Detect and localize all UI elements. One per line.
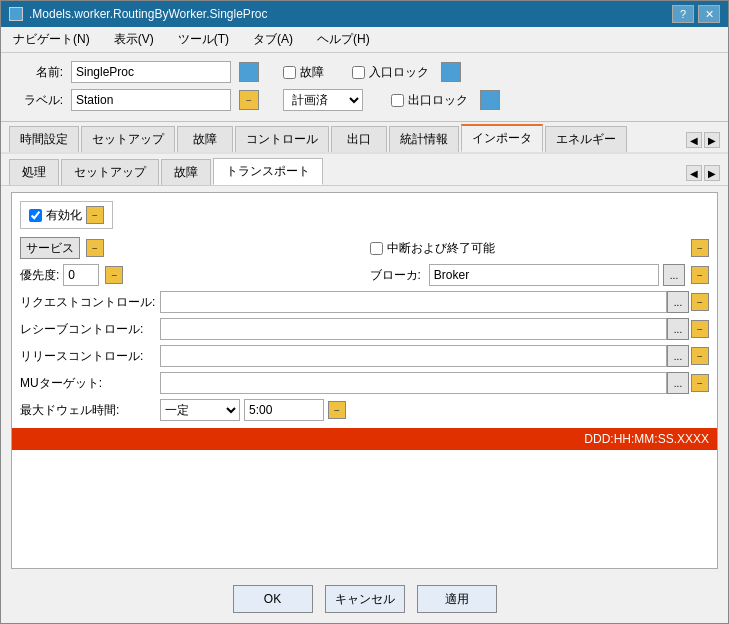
- dwell-format-bar: DDD:HH:MM:SS.XXXX: [12, 428, 717, 450]
- request-control-input[interactable]: [160, 291, 667, 313]
- mu-target-label: MUターゲット:: [20, 375, 160, 392]
- planned-dropdown[interactable]: 計画済: [283, 89, 363, 111]
- tab-kosho[interactable]: 故障: [177, 126, 233, 152]
- exit-lock-checkbox[interactable]: [391, 94, 404, 107]
- label-color-btn[interactable]: −: [239, 90, 259, 110]
- tab-energy[interactable]: エネルギー: [545, 126, 627, 152]
- tab-importer[interactable]: インポータ: [461, 124, 543, 152]
- request-control-label: リクエストコントロール:: [20, 294, 160, 311]
- title-bar: .Models.worker.RoutingByWorker.SinglePro…: [1, 1, 728, 27]
- mu-target-dots-btn[interactable]: ...: [667, 372, 689, 394]
- panel-header-row: 有効化 −: [20, 199, 709, 231]
- name-row: 名前: 故障 入口ロック: [13, 61, 716, 83]
- release-control-dots-btn[interactable]: ...: [667, 345, 689, 367]
- outer-tab-next[interactable]: ▶: [704, 132, 720, 148]
- help-button[interactable]: ?: [672, 5, 694, 23]
- inner-tab-prev[interactable]: ◀: [686, 165, 702, 181]
- inner-tab-next[interactable]: ▶: [704, 165, 720, 181]
- name-input[interactable]: [71, 61, 231, 83]
- interrupt-minus-btn[interactable]: −: [691, 239, 709, 257]
- transport-panel: 有効化 − サービス − 中断および終了可能 − 優先度:: [11, 192, 718, 569]
- fault-checkbox[interactable]: [283, 66, 296, 79]
- properties-area: 名前: 故障 入口ロック ラベル: − 計画済: [1, 53, 728, 119]
- inner-tab-nav: ◀ ▶: [686, 165, 720, 185]
- menu-navigate[interactable]: ナビゲート(N): [9, 29, 94, 50]
- dwell-time-label: 最大ドウェル時間:: [20, 402, 160, 419]
- priority-col: 優先度: −: [20, 264, 360, 286]
- label-row: ラベル: − 計画済 出口ロック: [13, 89, 716, 111]
- inner-tabs: 処理 セットアップ 故障 トランスポート ◀ ▶: [1, 154, 728, 186]
- bottom-buttons: OK キャンセル 適用: [1, 575, 728, 623]
- broker-label: ブローカ:: [370, 267, 421, 284]
- interrupt-col: 中断および終了可能 −: [370, 237, 710, 259]
- exit-lock-label: 出口ロック: [408, 92, 468, 109]
- enabled-minus-btn[interactable]: −: [86, 206, 104, 224]
- receive-control-dots-btn[interactable]: ...: [667, 318, 689, 340]
- mu-target-input[interactable]: [160, 372, 667, 394]
- receive-control-label: レシーブコントロール:: [20, 321, 160, 338]
- request-control-row: リクエストコントロール: ... −: [20, 291, 709, 313]
- request-control-dots-btn[interactable]: ...: [667, 291, 689, 313]
- broker-dots-btn[interactable]: ...: [663, 264, 685, 286]
- request-minus-btn[interactable]: −: [691, 293, 709, 311]
- menu-help[interactable]: ヘルプ(H): [313, 29, 374, 50]
- outer-tab-prev[interactable]: ◀: [686, 132, 702, 148]
- dwell-time-row: 最大ドウェル時間: 一定 −: [20, 399, 709, 421]
- entry-lock-checkbox[interactable]: [352, 66, 365, 79]
- main-window: .Models.worker.RoutingByWorker.SinglePro…: [0, 0, 729, 624]
- close-button[interactable]: ✕: [698, 5, 720, 23]
- dwell-type-dropdown[interactable]: 一定: [160, 399, 240, 421]
- mu-target-minus-btn[interactable]: −: [691, 374, 709, 392]
- tab-jikansettei[interactable]: 時間設定: [9, 126, 79, 152]
- tab-setup[interactable]: セットアップ: [81, 126, 175, 152]
- label-label: ラベル:: [13, 92, 63, 109]
- inner-tab-setup[interactable]: セットアップ: [61, 159, 159, 185]
- inner-tab-kosho[interactable]: 故障: [161, 159, 211, 185]
- inner-tab-transport[interactable]: トランスポート: [213, 158, 323, 185]
- menu-tab[interactable]: タブ(A): [249, 29, 297, 50]
- service-minus-btn[interactable]: −: [86, 239, 104, 257]
- receive-control-input[interactable]: [160, 318, 667, 340]
- priority-broker-row: 優先度: − ブローカ: ... −: [20, 264, 709, 286]
- cancel-button[interactable]: キャンセル: [325, 585, 405, 613]
- apply-button[interactable]: 適用: [417, 585, 497, 613]
- outer-tab-nav: ◀ ▶: [686, 132, 720, 152]
- menu-view[interactable]: 表示(V): [110, 29, 158, 50]
- fault-label: 故障: [300, 64, 324, 81]
- release-control-label: リリースコントロール:: [20, 348, 160, 365]
- broker-col: ブローカ: ... −: [370, 264, 710, 286]
- entry-lock-label: 入口ロック: [369, 64, 429, 81]
- name-label: 名前:: [13, 64, 63, 81]
- interrupt-label: 中断および終了可能: [387, 240, 495, 257]
- interrupt-checkbox[interactable]: [370, 242, 383, 255]
- dwell-minus-btn[interactable]: −: [328, 401, 346, 419]
- release-control-input[interactable]: [160, 345, 667, 367]
- tab-deguchi[interactable]: 出口: [331, 126, 387, 152]
- entry-lock-color-btn[interactable]: [441, 62, 461, 82]
- priority-label: 優先度:: [20, 267, 59, 284]
- release-minus-btn[interactable]: −: [691, 347, 709, 365]
- window-title: .Models.worker.RoutingByWorker.SinglePro…: [29, 7, 268, 21]
- tab-control[interactable]: コントロール: [235, 126, 329, 152]
- enabled-checkbox[interactable]: [29, 209, 42, 222]
- menu-tools[interactable]: ツール(T): [174, 29, 233, 50]
- app-icon: [9, 7, 23, 21]
- exit-lock-color-btn[interactable]: [480, 90, 500, 110]
- tab-statistics[interactable]: 統計情報: [389, 126, 459, 152]
- service-interrupt-row: サービス − 中断および終了可能 −: [20, 237, 709, 259]
- broker-input[interactable]: [429, 264, 659, 286]
- broker-minus-btn[interactable]: −: [691, 266, 709, 284]
- service-button[interactable]: サービス: [20, 237, 80, 259]
- name-color-btn[interactable]: [239, 62, 259, 82]
- dwell-value-input[interactable]: [244, 399, 324, 421]
- receive-control-row: レシーブコントロール: ... −: [20, 318, 709, 340]
- receive-minus-btn[interactable]: −: [691, 320, 709, 338]
- content-panel: 有効化 − サービス − 中断および終了可能 − 優先度:: [1, 186, 728, 575]
- priority-input[interactable]: [63, 264, 99, 286]
- label-input[interactable]: [71, 89, 231, 111]
- priority-minus-btn[interactable]: −: [105, 266, 123, 284]
- dwell-format-text: DDD:HH:MM:SS.XXXX: [584, 432, 709, 446]
- inner-tab-shorei[interactable]: 処理: [9, 159, 59, 185]
- outer-tabs: 時間設定 セットアップ 故障 コントロール 出口 統計情報 インポータ エネルギ…: [1, 124, 728, 154]
- ok-button[interactable]: OK: [233, 585, 313, 613]
